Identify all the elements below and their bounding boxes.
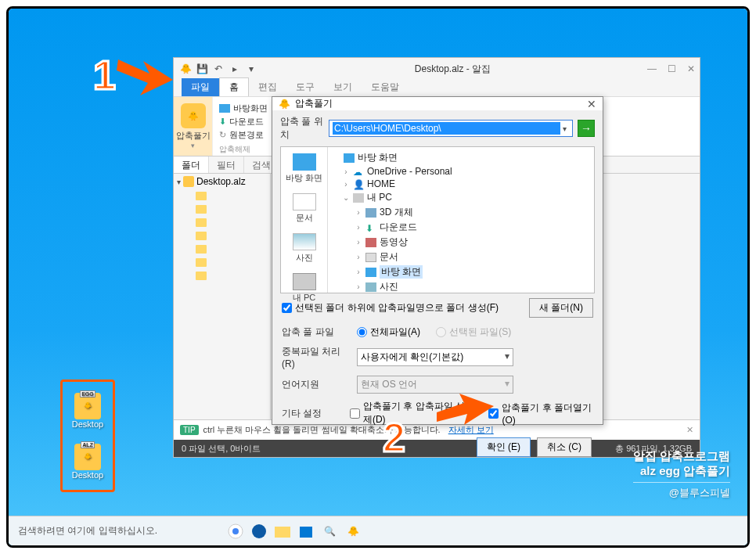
places-sidebar: 바탕 화면 문서 사진 내 PC: [281, 147, 328, 293]
svg-marker-1: [437, 394, 494, 425]
tree-sub[interactable]: [193, 189, 270, 203]
tab-help[interactable]: 도움말: [362, 78, 409, 96]
minimize-button[interactable]: —: [647, 63, 657, 74]
cancel-button[interactable]: 취소 (C): [537, 437, 592, 457]
tree-videos[interactable]: ›동영상: [333, 235, 589, 250]
path-combobox[interactable]: ▾: [329, 120, 573, 137]
taskbar-edge-icon[interactable]: [250, 522, 268, 541]
tab-file[interactable]: 파일: [182, 78, 219, 96]
chk-open-after[interactable]: 압축풀기 후 폴더열기(O): [488, 401, 593, 426]
qa-play-icon[interactable]: ▸: [228, 62, 242, 76]
place-documents[interactable]: 문서: [293, 193, 316, 224]
desktop-background: 🐥 💾 ↶ ▸ ▾ Desktop.alz - 알집 — ☐ ✕ 파일 홈 편집…: [9, 9, 747, 545]
taskbar-alzip-icon[interactable]: 🐥: [344, 522, 362, 541]
maximize-button[interactable]: ☐: [668, 63, 676, 74]
qa-save-icon[interactable]: 💾: [195, 62, 209, 76]
tree-home[interactable]: ›👤HOME: [333, 178, 589, 190]
desktop-icon-egg[interactable]: EGG🐥 Desktop: [72, 393, 103, 429]
tab-tools[interactable]: 도구: [286, 78, 324, 96]
taskbar: 검색하려면 여기에 입력하십시오. 🔍 🐥: [9, 516, 747, 545]
panel-tab-folders[interactable]: 폴더: [174, 156, 209, 173]
go-button[interactable]: →: [578, 120, 595, 137]
combo-duplicate[interactable]: 사용자에게 확인(기본값) ▾: [357, 348, 513, 366]
svg-marker-0: [117, 59, 173, 95]
tree-sub[interactable]: [193, 216, 270, 229]
menu-tabs: 파일 홈 편집 도구 보기 도움말: [174, 80, 700, 97]
tree-documents[interactable]: ›문서: [333, 250, 589, 264]
tab-edit[interactable]: 편집: [249, 78, 286, 96]
label-target: 압축 풀 파일: [282, 326, 351, 339]
tree-downloads[interactable]: ›⬇다운로드: [333, 220, 589, 235]
desktop-icons-highlight: EGG🐥 Desktop ALZ🐥 Desktop: [60, 380, 115, 492]
desktop-icon-alz[interactable]: ALZ🐥 Desktop: [72, 444, 103, 480]
place-desktop[interactable]: 바탕 화면: [286, 153, 322, 184]
browse-pane: 바탕 화면 문서 사진 내 PC 바탕 화면 ›☁OneDrive - Pers…: [280, 146, 595, 293]
label-language: 언어지원: [282, 378, 351, 391]
label-duplicate: 중복파일 처리(R): [282, 345, 351, 369]
tip-close-icon[interactable]: ✕: [686, 425, 693, 435]
tree-3d[interactable]: ›3D 개체: [333, 205, 589, 220]
tree-onedrive[interactable]: ›☁OneDrive - Personal: [333, 165, 589, 178]
chk-create-subfolder[interactable]: 선택된 폴더 하위에 압축파일명으로 폴더 생성(F): [282, 301, 499, 315]
tab-home[interactable]: 홈: [219, 77, 249, 96]
annotation-number-2: 2: [383, 414, 405, 461]
titlebar: 🐥 💾 ↶ ▸ ▾ Desktop.alz - 알집 — ☐ ✕: [174, 58, 700, 80]
extract-icon: 🐥: [181, 103, 206, 128]
annotation-arrow-1: [103, 52, 173, 99]
radio-all-files[interactable]: 전체파일(A): [357, 326, 420, 339]
watermark-line2: alz egg 압축풀기: [633, 464, 730, 479]
taskbar-search-icon[interactable]: 🔍: [320, 522, 339, 541]
folder-browser-tree: 바탕 화면 ›☁OneDrive - Personal ›👤HOME ⌄내 PC…: [328, 147, 594, 293]
watermark: 알집 압축프로그램 alz egg 압축풀기 @블루스피넬: [633, 449, 730, 500]
close-button[interactable]: ✕: [687, 63, 695, 74]
extract-button[interactable]: 🐥 압축풀기 ▾: [174, 97, 213, 156]
dest-desktop[interactable]: 바탕화면: [219, 102, 268, 115]
path-dropdown-icon[interactable]: ▾: [560, 124, 569, 133]
new-folder-button[interactable]: 새 폴더(N): [529, 298, 593, 318]
tree-desktop[interactable]: 바탕 화면: [333, 150, 589, 165]
taskbar-store-icon[interactable]: [297, 522, 315, 541]
place-photos[interactable]: 사진: [293, 233, 316, 264]
path-label: 압축 풀 위치: [280, 115, 324, 142]
window-title: Desktop.alz - 알집: [258, 63, 647, 76]
tree-mypc[interactable]: ⌄내 PC: [333, 190, 589, 205]
tree-sub[interactable]: [193, 269, 270, 282]
dest-original[interactable]: ↻원본경로: [219, 128, 268, 142]
qa-more-icon[interactable]: ▾: [244, 62, 258, 76]
svg-rect-5: [275, 527, 290, 538]
tree-desktop-selected[interactable]: ›바탕 화면: [333, 264, 589, 279]
ribbon-destinations: 바탕화면 ⬇다운로드 ↻원본경로 압축해제: [213, 97, 274, 156]
watermark-line1: 알집 압축프로그램: [633, 449, 730, 464]
path-input[interactable]: [333, 122, 560, 135]
dest-downloads[interactable]: ⬇다운로드: [219, 115, 268, 128]
label-misc: 기타 설정: [282, 407, 344, 420]
arrow-right-icon: →: [581, 122, 592, 135]
tree-sub[interactable]: [193, 203, 270, 216]
folder-tree: ▾ Desktop.alz: [174, 174, 271, 419]
tree-sub[interactable]: [193, 243, 270, 256]
svg-rect-6: [300, 527, 312, 538]
ok-button[interactable]: 확인 (E): [477, 437, 531, 457]
annotation-arrow-2: [433, 389, 495, 428]
status-left: 0 파일 선택, 0바이트: [182, 443, 261, 455]
tree-sub[interactable]: [193, 256, 270, 269]
app-icon: 🐥: [178, 62, 193, 76]
tree-photos[interactable]: ›사진: [333, 279, 589, 293]
dialog-close-icon[interactable]: ✕: [587, 98, 596, 110]
qa-undo-icon[interactable]: ↶: [211, 62, 225, 76]
ribbon-group-label: 압축해제: [219, 143, 268, 156]
taskbar-search[interactable]: 검색하려면 여기에 입력하십시오.: [18, 524, 221, 538]
taskbar-explorer-icon[interactable]: [273, 522, 292, 541]
panel-tab-filter[interactable]: 필터: [209, 156, 244, 173]
radio-selected-files: 선택된 파일(S): [436, 326, 511, 339]
watermark-credit: @블루스피넬: [633, 486, 730, 500]
svg-point-4: [252, 524, 266, 538]
tip-badge: TIP: [180, 425, 199, 435]
tree-root[interactable]: ▾ Desktop.alz: [174, 174, 270, 189]
taskbar-chrome-icon[interactable]: [226, 522, 245, 541]
tab-view[interactable]: 보기: [324, 78, 362, 96]
dialog-title: 압축풀기: [295, 97, 587, 110]
dialog-icon: 🐥: [279, 99, 290, 110]
extract-dialog: 🐥 압축풀기 ✕ 압축 풀 위치 ▾ → 바탕 화면 문서 사진 내 PC 바탕…: [272, 96, 603, 425]
tree-sub[interactable]: [193, 229, 270, 243]
